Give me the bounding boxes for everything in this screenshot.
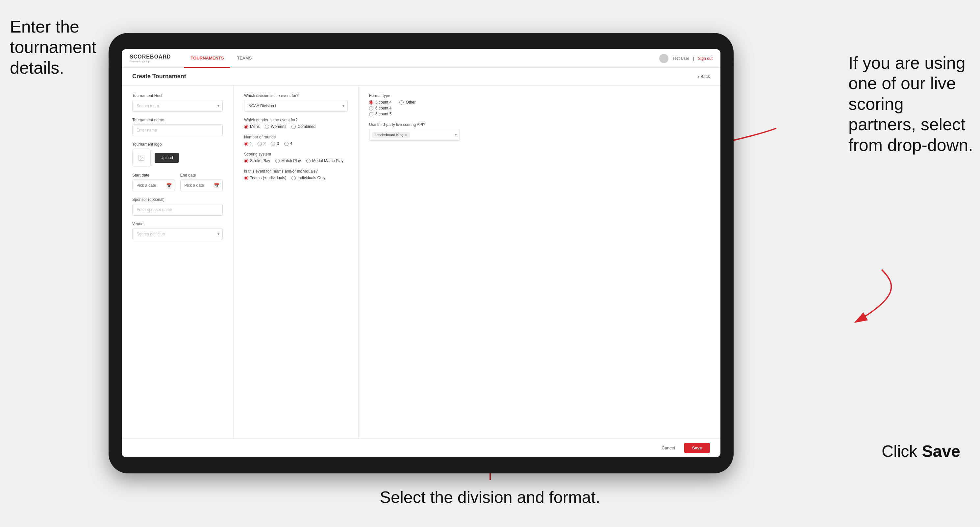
teams-plus-individuals[interactable]: Teams (+Individuals) bbox=[244, 176, 286, 180]
annotation-click-text: Click bbox=[881, 442, 922, 460]
brand-sub: Powered by clippi bbox=[130, 60, 171, 63]
tablet-frame: SCOREBOARD Powered by clippi TOURNAMENTS… bbox=[108, 33, 733, 473]
tab-tournaments[interactable]: TOURNAMENTS bbox=[184, 49, 231, 68]
end-date-group: End date 📅 bbox=[180, 173, 223, 191]
scoring-stroke[interactable]: Stroke Play bbox=[244, 159, 270, 163]
cancel-button[interactable]: Cancel bbox=[656, 443, 680, 453]
format-other[interactable]: Other bbox=[399, 100, 415, 105]
date-row: Start date 📅 End date 📅 bbox=[132, 173, 223, 191]
navbar-separator: | bbox=[693, 56, 694, 61]
annotation-select-division: Select the division and format. bbox=[380, 487, 600, 507]
tournament-host-wrapper bbox=[132, 100, 223, 112]
rounds-2[interactable]: 2 bbox=[258, 141, 266, 146]
gender-label: Which gender is the event for? bbox=[244, 118, 348, 122]
live-scoring-group: Use third-party live scoring API? Leader… bbox=[369, 122, 460, 141]
user-avatar bbox=[659, 54, 668, 63]
gender-group: Which gender is the event for? Mens Wome… bbox=[244, 118, 348, 129]
back-link[interactable]: ‹ Back bbox=[698, 74, 710, 79]
division-group: Which division is the event for? NCAA Di… bbox=[244, 94, 348, 112]
rounds-group: Number of rounds 1 2 bbox=[244, 135, 348, 146]
tournament-name-label: Tournament name bbox=[132, 118, 223, 122]
logo-upload-area: Upload bbox=[132, 149, 223, 167]
scoring-radio-group: Stroke Play Match Play Medal Match Play bbox=[244, 159, 348, 163]
annotation-live-text: If you are using one of our live scoring… bbox=[848, 53, 973, 154]
teams-radio-group: Teams (+Individuals) Individuals Only bbox=[244, 176, 348, 180]
rounds-4[interactable]: 4 bbox=[284, 141, 293, 146]
page-header: Create Tournament ‹ Back bbox=[122, 68, 721, 86]
sponsor-input[interactable] bbox=[132, 204, 223, 216]
format-type-label: Format type bbox=[369, 94, 460, 98]
navbar-right: Test User | Sign out bbox=[659, 54, 713, 63]
format-6count4[interactable]: 6 count 4 bbox=[369, 106, 391, 111]
annotation-click-save: Click Save bbox=[881, 441, 960, 461]
end-date-wrapper: 📅 bbox=[180, 179, 223, 191]
start-date-group: Start date 📅 bbox=[132, 173, 175, 191]
format-5count4[interactable]: 5 count 4 bbox=[369, 100, 391, 105]
tournament-name-input[interactable] bbox=[132, 124, 223, 136]
start-calendar-icon: 📅 bbox=[166, 183, 172, 188]
sponsor-group: Sponsor (optional) bbox=[132, 197, 223, 216]
tournament-logo-group: Tournament logo Upload bbox=[132, 142, 223, 167]
division-select[interactable]: NCAA Division I bbox=[244, 100, 348, 112]
gender-radio-group: Mens Womens Combined bbox=[244, 124, 348, 129]
svg-point-2 bbox=[140, 156, 141, 157]
tournament-host-group: Tournament Host bbox=[132, 94, 223, 112]
end-calendar-icon: 📅 bbox=[214, 183, 220, 188]
scoring-label: Scoring system bbox=[244, 152, 348, 157]
user-name: Test User bbox=[672, 56, 689, 61]
form-column-left: Tournament Host Tournament name Tourname… bbox=[122, 86, 234, 438]
tag-input-chevron: ▾ bbox=[455, 133, 457, 137]
scoring-match[interactable]: Match Play bbox=[275, 159, 301, 163]
tournament-host-input[interactable] bbox=[132, 100, 223, 112]
form-footer: Cancel Save bbox=[122, 438, 721, 457]
gender-womens[interactable]: Womens bbox=[265, 124, 286, 129]
tournament-logo-label: Tournament logo bbox=[132, 142, 223, 147]
format-left-options: 5 count 4 6 count 4 6 count 5 bbox=[369, 100, 391, 116]
venue-group: Venue bbox=[132, 222, 223, 240]
brand: SCOREBOARD Powered by clippi bbox=[130, 54, 171, 63]
rounds-label: Number of rounds bbox=[244, 135, 348, 140]
gender-combined[interactable]: Combined bbox=[291, 124, 315, 129]
format-right-options: Other bbox=[399, 100, 415, 116]
form-column-middle: Which division is the event for? NCAA Di… bbox=[234, 86, 359, 438]
division-select-wrapper: NCAA Division I bbox=[244, 100, 348, 112]
start-date-label: Start date bbox=[132, 173, 175, 178]
live-scoring-tag: Leaderboard King × bbox=[372, 132, 410, 138]
navbar: SCOREBOARD Powered by clippi TOURNAMENTS… bbox=[122, 49, 721, 68]
start-date-wrapper: 📅 bbox=[132, 179, 175, 191]
tablet-screen: SCOREBOARD Powered by clippi TOURNAMENTS… bbox=[122, 49, 721, 457]
tournament-host-label: Tournament Host bbox=[132, 94, 223, 98]
rounds-radio-group: 1 2 3 4 bbox=[244, 141, 348, 146]
live-scoring-value: Leaderboard King bbox=[375, 133, 403, 137]
navbar-tabs: TOURNAMENTS TEAMS bbox=[184, 49, 259, 67]
rounds-1[interactable]: 1 bbox=[244, 141, 252, 146]
logo-placeholder-icon bbox=[132, 149, 151, 167]
upload-button[interactable]: Upload bbox=[154, 153, 179, 163]
annotation-division-text: Select the division and format. bbox=[380, 488, 600, 506]
scoring-medal[interactable]: Medal Match Play bbox=[306, 159, 344, 163]
teams-label: Is this event for Teams and/or Individua… bbox=[244, 169, 348, 174]
annotation-live-scoring: If you are using one of our live scoring… bbox=[848, 52, 974, 155]
live-scoring-tag-remove[interactable]: × bbox=[405, 133, 407, 137]
live-scoring-label: Use third-party live scoring API? bbox=[369, 122, 460, 127]
annotation-enter-tournament: Enter the tournament details. bbox=[10, 16, 115, 78]
live-scoring-tag-input[interactable]: Leaderboard King × ▾ bbox=[369, 129, 460, 141]
brand-name: SCOREBOARD bbox=[130, 54, 171, 60]
gender-mens[interactable]: Mens bbox=[244, 124, 259, 129]
venue-label: Venue bbox=[132, 222, 223, 226]
individuals-only[interactable]: Individuals Only bbox=[291, 176, 325, 180]
format-6count5[interactable]: 6 count 5 bbox=[369, 112, 391, 116]
annotation-save-bold: Save bbox=[922, 442, 960, 460]
rounds-3[interactable]: 3 bbox=[271, 141, 279, 146]
sign-out-link[interactable]: Sign out bbox=[698, 56, 713, 61]
format-columns: 5 count 4 6 count 4 6 count 5 bbox=[369, 100, 460, 116]
teams-group: Is this event for Teams and/or Individua… bbox=[244, 169, 348, 180]
page-title: Create Tournament bbox=[132, 73, 186, 80]
division-label: Which division is the event for? bbox=[244, 94, 348, 98]
format-type-group: Format type 5 count 4 6 count 4 bbox=[369, 94, 460, 116]
end-date-label: End date bbox=[180, 173, 223, 178]
tab-teams[interactable]: TEAMS bbox=[230, 49, 258, 68]
save-button[interactable]: Save bbox=[684, 443, 710, 453]
sponsor-label: Sponsor (optional) bbox=[132, 197, 223, 202]
venue-input[interactable] bbox=[132, 228, 223, 240]
